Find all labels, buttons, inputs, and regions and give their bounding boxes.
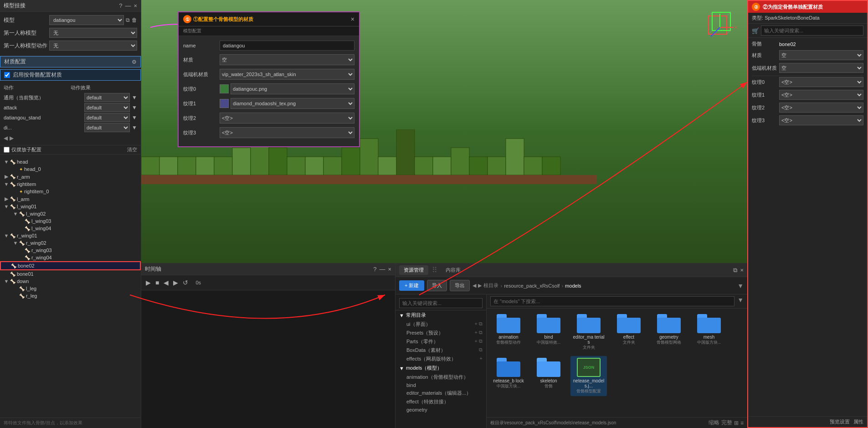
tree-item-lwing04[interactable]: 🦴 l_wing04 — [0, 225, 141, 232]
tree-item-down[interactable]: ▼ 🦴 down — [0, 278, 141, 285]
modal-name-input[interactable] — [220, 41, 354, 51]
modal-texture0-select[interactable]: datiangouс.png — [231, 83, 354, 94]
tab-resources[interactable]: 资源管理 — [399, 265, 428, 275]
sidebar-item-editor-materials[interactable]: editor_materials（编辑器...） — [395, 389, 486, 397]
file-item-animation[interactable]: animation 骨骼模型动作 — [490, 312, 527, 352]
modal-close-button[interactable]: × — [351, 15, 354, 23]
sidebar-item-effect[interactable]: effect（特效挂接） — [395, 397, 486, 406]
file-item-bind[interactable]: bind 中国版特效... — [530, 312, 567, 352]
add-icon-effects[interactable]: + — [480, 356, 483, 361]
tree-item-bone02[interactable]: 🦴 bone02 — [0, 261, 141, 270]
tree-item-lwing03[interactable]: 🦴 l_wing03 — [0, 217, 141, 225]
tree-item-rwing04[interactable]: 🦴 r_wing04 — [0, 254, 141, 261]
add-icon-parts[interactable]: + ⧉ — [475, 338, 483, 344]
refresh-button[interactable]: ↺ — [182, 278, 189, 287]
toggle-head[interactable]: ▼ — [4, 159, 9, 165]
anim-prev-btn[interactable]: ◀ — [4, 135, 8, 141]
filter-icon[interactable]: ▼ — [737, 282, 744, 289]
play-button[interactable]: ▶ — [145, 278, 152, 287]
modal-texture1-select[interactable]: diamond_modaoshi_tex.png — [231, 98, 354, 109]
toggle-lwing02[interactable]: ▼ — [13, 211, 18, 217]
sidebar-item-animation[interactable]: animation（骨骼模型动作） — [395, 373, 486, 382]
resources-close-icon[interactable]: × — [740, 267, 744, 274]
next-frame-button[interactable]: ▶ — [172, 278, 179, 287]
tree-item-larm[interactable]: ▶ 🦴 l_arm — [0, 195, 141, 203]
modal-material-select[interactable]: 空 — [220, 54, 354, 65]
toggle-rwing01[interactable]: ▼ — [4, 233, 9, 238]
tree-item-bone01[interactable]: 🦴 bone01 — [0, 270, 141, 278]
common-dirs-category[interactable]: ▼ 常用目录 — [395, 310, 486, 320]
nav-forward-icon[interactable]: ▶ — [478, 283, 482, 289]
right-texture1-select[interactable]: <空> — [779, 90, 863, 100]
tree-item-lwing02[interactable]: ▼ 🦴 l_wing02 — [0, 210, 141, 217]
right-low-material-select[interactable]: 空 — [779, 63, 863, 73]
file-item-editor-materials[interactable]: editor_ma terials 文件夹 — [570, 312, 607, 352]
add-icon-boxdata[interactable]: ⧉ — [479, 347, 483, 353]
anim-arrow-down-0[interactable]: ▼ — [132, 94, 137, 101]
grid-view-icon[interactable]: ⊞ — [734, 419, 739, 427]
sidebar-item-geometry[interactable]: geometry — [395, 406, 486, 413]
add-icon-presets[interactable]: + ⧉ — [475, 330, 483, 335]
toggle-rarm[interactable]: ▶ — [4, 174, 9, 180]
timeline-help-icon[interactable]: ? — [373, 266, 376, 273]
file-item-effect[interactable]: effect 文件夹 — [611, 312, 647, 352]
right-texture2-select[interactable]: <空> — [779, 103, 863, 113]
gear-icon[interactable]: ⚙ — [132, 59, 137, 65]
model-delete-icon[interactable]: 🗑 — [132, 17, 137, 23]
anim-next-btn[interactable]: ▶ — [10, 135, 14, 141]
right-material-select[interactable]: 空 — [779, 50, 863, 60]
file-item-netease-block[interactable]: netease_b lock 中国版方块... — [490, 356, 527, 396]
modal-texture2-select[interactable]: <空> — [220, 113, 354, 124]
tree-item-rwing01[interactable]: ▼ 🦴 r_wing01 — [0, 232, 141, 239]
toggle-larm[interactable]: ▶ — [4, 196, 9, 202]
toggle-rwing02[interactable]: ▼ — [13, 240, 18, 246]
models-category[interactable]: ▼ models（模型） — [395, 363, 486, 373]
full-view-button[interactable]: 完整 — [721, 419, 732, 427]
tree-item-rightitem[interactable]: ▼ 🦴 rightitem — [0, 180, 141, 188]
tree-item-rightitem0[interactable]: ✦ rightitem_0 — [0, 188, 141, 195]
res-search-input[interactable] — [399, 298, 483, 308]
tree-item-rleg[interactable]: 🦴 r_leg — [0, 292, 141, 299]
thumbnail-view-button[interactable]: 缩略 — [709, 419, 719, 427]
material-config-row[interactable]: 材质配置 ⚙ — [0, 56, 141, 67]
timeline-minimize-icon[interactable]: — — [379, 266, 385, 273]
breadcrumb-pack[interactable]: resource_pack_xRsCsolf — [504, 283, 560, 289]
file-item-skeleton[interactable]: skeleton 骨骼 — [530, 356, 567, 396]
tree-item-head[interactable]: ▼ 🦴 head — [0, 158, 141, 165]
modal-low-material-select[interactable]: vip_water_2023s3_sh_atlan_skin — [220, 69, 354, 80]
sidebar-item-boxdata[interactable]: BoxData（素材） ⧉ — [395, 346, 486, 355]
properties-button[interactable]: 属性 — [853, 418, 863, 425]
sidebar-item-parts[interactable]: Parts（零件） + ⧉ — [395, 337, 486, 346]
tree-item-lleg[interactable]: 🦴 l_leg — [0, 285, 141, 292]
import-button[interactable]: 导入 — [427, 280, 447, 291]
only-place-child-checkbox[interactable] — [4, 147, 10, 153]
first-person-anim-select[interactable]: 无 — [49, 41, 137, 51]
first-person-model-select[interactable]: 无 — [49, 28, 137, 38]
res-filter-dropdown-icon[interactable]: ▼ — [737, 296, 744, 306]
anim-select-1[interactable]: default — [84, 103, 130, 112]
resources-expand-icon[interactable]: ⧉ — [733, 267, 737, 274]
tree-item-rwing03[interactable]: 🦴 r_wing03 — [0, 247, 141, 254]
minimize-icon[interactable]: — — [125, 2, 131, 9]
anim-arrow-down-2[interactable]: ▼ — [132, 114, 137, 121]
close-icon[interactable]: × — [134, 2, 137, 9]
anim-arrow-down-3[interactable]: ▼ — [132, 124, 137, 131]
breadcrumb-root[interactable]: 根目录 — [483, 282, 498, 289]
file-item-netease-models[interactable]: JSON netease_models.j... 骨骼模型配置 — [570, 356, 607, 396]
toggle-lwing01[interactable]: ▼ — [4, 204, 9, 209]
right-texture0-select[interactable]: <空> — [779, 77, 863, 87]
sidebar-item-bind[interactable]: bind — [395, 382, 486, 389]
anim-select-3[interactable]: default — [84, 123, 130, 132]
preview-settings-button[interactable]: 预览设置 — [830, 418, 850, 425]
breadcrumb-models[interactable]: models — [565, 283, 581, 289]
timeline-close-icon[interactable]: × — [388, 266, 391, 273]
new-button[interactable]: + 新建 — [399, 280, 424, 291]
help-icon[interactable]: ? — [119, 2, 122, 9]
right-search-input[interactable] — [761, 26, 863, 36]
tree-item-head0[interactable]: ✦ head_0 — [0, 165, 141, 173]
tab-content-library[interactable]: 内容库 — [441, 265, 465, 275]
prev-frame-button[interactable]: ◀ — [163, 278, 169, 287]
model-select[interactable]: datiangou — [49, 15, 124, 25]
add-icon-ui[interactable]: + ⧉ — [475, 321, 483, 327]
nav-back-icon[interactable]: ◀ — [473, 283, 476, 289]
